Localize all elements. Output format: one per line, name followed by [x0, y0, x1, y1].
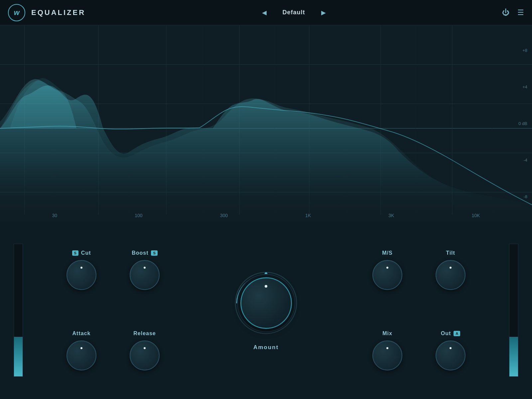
vu-meter-left: 0 3 6 9 12 15 18 21 25 30 35 40 45 50 60: [0, 221, 37, 399]
tilt-knob[interactable]: [436, 260, 466, 290]
tilt-label: Tilt: [446, 250, 455, 256]
prev-preset-button[interactable]: ◀: [259, 6, 269, 19]
freq-30: 30: [52, 213, 58, 218]
tilt-knob-dot: [450, 267, 452, 269]
eq-display: +8 +4 0 dB -4 -8 30 100 300 1K 3K 10K: [0, 25, 532, 221]
db-label-0: 0 dB: [518, 121, 527, 126]
vu-bar-right: 0 3 6 9 12 15 18 21 25 30 35 40 45 50 60: [509, 244, 518, 377]
cut-label: Cut: [81, 250, 91, 256]
cut-s-badge[interactable]: S: [72, 250, 78, 256]
db-labels: +8 +4 0 dB -4 -8: [518, 25, 527, 221]
vu-scale-svg-right: 0 3 6 9 12 15 18 21 25 30 35 40 45 50 60: [509, 244, 518, 376]
amount-knob[interactable]: [240, 277, 292, 329]
boost-label: Boost: [132, 250, 148, 256]
vu-scale-svg-left: 0 3 6 9 12 15 18 21 25 30 35 40 45 50 60: [14, 244, 23, 376]
ms-label-row: M/S: [382, 250, 392, 256]
logo-w: w: [14, 8, 19, 17]
release-label-row: Release: [133, 331, 156, 336]
db-label-neg8: -8: [518, 194, 527, 199]
next-preset-button[interactable]: ▶: [319, 6, 329, 19]
attack-group: Attack: [66, 331, 96, 370]
vu-meter-right: 0 3 6 9 12 15 18 21 25 30 35 40 45 50 60: [495, 221, 532, 399]
freq-labels: 30 100 300 1K 3K 10K: [0, 213, 532, 218]
attack-label-row: Attack: [72, 331, 91, 336]
out-label-row: Out A: [441, 331, 461, 336]
eq-grid-svg: [0, 25, 532, 221]
release-label: Release: [133, 331, 156, 336]
freq-1k: 1K: [305, 213, 311, 218]
release-knob-dot: [144, 347, 146, 349]
out-knob[interactable]: [436, 340, 466, 370]
vu-bar-left: 0 3 6 9 12 15 18 21 25 30 35 40 45 50 60: [14, 244, 23, 377]
tilt-label-row: Tilt: [446, 250, 455, 256]
ms-knob-dot: [386, 267, 388, 269]
db-label-8: +8: [518, 48, 527, 53]
attack-knob[interactable]: [66, 340, 96, 370]
out-a-badge[interactable]: A: [454, 331, 460, 336]
boost-label-row: Boost S: [132, 250, 158, 256]
header: w EQUALIZER ◀ Default ▶ ⏻ ☰: [0, 0, 532, 25]
tilt-group: Tilt: [436, 250, 466, 290]
header-left: w EQUALIZER: [8, 4, 85, 21]
svg-point-50: [265, 272, 267, 275]
attack-label: Attack: [72, 331, 91, 336]
preset-nav: ◀ Default ▶: [259, 6, 329, 19]
release-group: Release: [130, 331, 160, 370]
cut-knob-dot: [80, 267, 82, 269]
cut-label-row: S Cut: [72, 250, 91, 256]
app-title: EQUALIZER: [31, 8, 85, 17]
amount-label: Amount: [253, 344, 279, 351]
header-right: ⏻ ☰: [502, 8, 524, 17]
mix-group: Mix: [372, 331, 402, 370]
logo: w: [8, 4, 25, 21]
boost-knob[interactable]: [130, 260, 160, 290]
cut-group: S Cut: [66, 250, 96, 290]
controls-panel: 0 3 6 9 12 15 18 21 25 30 35 40 45 50 60: [0, 221, 532, 399]
menu-button[interactable]: ☰: [517, 8, 524, 17]
controls-grid: S Cut Boost S: [37, 221, 495, 399]
amount-group: Amount: [233, 270, 299, 351]
freq-10k: 10K: [471, 213, 480, 218]
boost-s-badge[interactable]: S: [151, 250, 157, 256]
freq-300: 300: [220, 213, 228, 218]
out-group: Out A: [436, 331, 466, 370]
cut-knob[interactable]: [66, 260, 96, 290]
mix-knob-dot: [386, 347, 388, 349]
freq-3k: 3K: [388, 213, 394, 218]
db-label-neg4: -4: [518, 158, 527, 163]
preset-name: Default: [283, 9, 305, 16]
amount-knob-wrapper: [233, 270, 299, 336]
mix-label-row: Mix: [382, 331, 392, 336]
boost-knob-dot: [144, 267, 146, 269]
attack-knob-dot: [80, 347, 82, 349]
boost-group: Boost S: [130, 250, 160, 290]
mix-knob[interactable]: [372, 340, 402, 370]
freq-100: 100: [135, 213, 142, 218]
power-button[interactable]: ⏻: [502, 8, 509, 17]
out-label: Out: [441, 331, 451, 336]
amount-knob-dot: [265, 285, 267, 288]
ms-group: M/S: [372, 250, 402, 290]
ms-label: M/S: [382, 250, 392, 256]
ms-knob[interactable]: [372, 260, 402, 290]
mix-label: Mix: [382, 331, 392, 336]
release-knob[interactable]: [130, 340, 160, 370]
db-label-4: +4: [518, 84, 527, 89]
out-knob-dot: [450, 347, 452, 349]
